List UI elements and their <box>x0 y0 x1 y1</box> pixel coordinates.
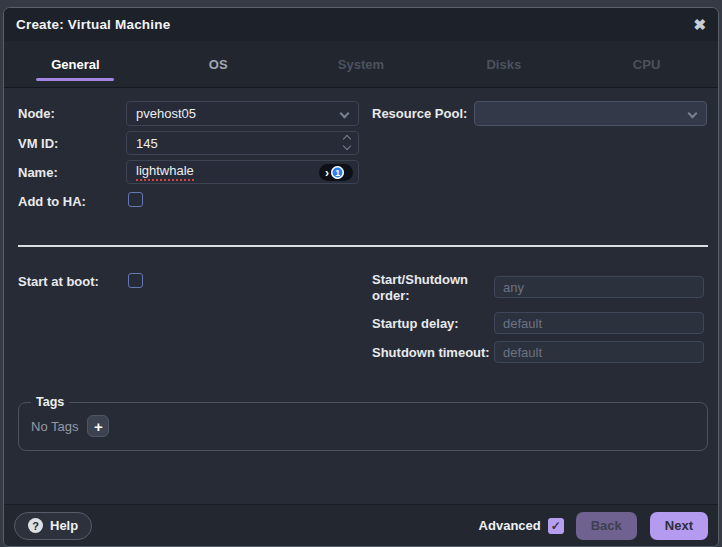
resource-pool-label: Resource Pool: <box>372 106 467 121</box>
general-tab-panel: Node: VM ID: Name: Add to HA: pvehost05 … <box>4 88 718 504</box>
vmid-label: VM ID: <box>18 136 58 151</box>
help-button-label: Help <box>50 518 78 533</box>
vmid-spinner[interactable]: 145 <box>126 131 359 155</box>
name-field[interactable]: lightwhale › 1 <box>126 160 359 184</box>
node-label: Node: <box>18 106 55 121</box>
dialog-titlebar: Create: Virtual Machine ✖ <box>4 8 718 41</box>
chevron-down-icon[interactable] <box>688 109 698 119</box>
name-value: lightwhale <box>136 163 194 181</box>
dialog-footer: ? Help Advanced ✓ Back Next <box>4 504 718 546</box>
question-icon: ? <box>28 518 43 533</box>
section-divider <box>18 245 708 247</box>
help-button[interactable]: ? Help <box>14 512 92 540</box>
add-to-ha-label: Add to HA: <box>18 194 86 209</box>
tab-system: System <box>290 41 433 87</box>
start-at-boot-label: Start at boot: <box>18 274 99 289</box>
next-button[interactable]: Next <box>650 512 708 540</box>
startup-delay-label: Startup delay: <box>372 316 459 331</box>
chevron-down-icon[interactable] <box>340 109 350 119</box>
password-manager-icon[interactable]: › 1 <box>319 164 353 181</box>
close-icon[interactable]: ✖ <box>693 17 706 32</box>
startup-delay-input[interactable] <box>494 312 704 334</box>
wizard-tabbar: General OS System Disks CPU <box>4 41 718 88</box>
tags-legend: Tags <box>31 395 69 409</box>
tab-general[interactable]: General <box>4 41 147 87</box>
password-manager-badge-icon: 1 <box>331 166 344 179</box>
password-manager-chevron-icon: › <box>325 167 329 179</box>
tab-disks: Disks <box>432 41 575 87</box>
dialog-title: Create: Virtual Machine <box>16 17 170 32</box>
tags-fieldset: Tags No Tags + <box>18 395 708 451</box>
startup-order-input[interactable] <box>494 276 704 298</box>
add-to-ha-checkbox[interactable] <box>128 192 143 207</box>
page-background: Create: Virtual Machine ✖ General OS Sys… <box>0 0 722 547</box>
spinner-arrows-icon[interactable] <box>344 136 350 149</box>
tab-cpu: CPU <box>575 41 718 87</box>
shutdown-timeout-input[interactable] <box>494 341 704 363</box>
create-vm-dialog: Create: Virtual Machine ✖ General OS Sys… <box>3 7 719 547</box>
start-at-boot-checkbox[interactable] <box>128 273 143 288</box>
advanced-checkbox[interactable]: ✓ <box>548 518 564 534</box>
startup-order-label: Start/Shutdown order: <box>372 272 487 305</box>
vmid-value: 145 <box>136 136 158 151</box>
no-tags-text: No Tags <box>31 419 78 434</box>
back-button[interactable]: Back <box>576 512 637 540</box>
name-label: Name: <box>18 165 58 180</box>
tags-row: No Tags + <box>19 409 707 437</box>
add-tag-button[interactable]: + <box>87 415 109 437</box>
node-value: pvehost05 <box>136 106 196 121</box>
shutdown-timeout-label: Shutdown timeout: <box>372 345 490 360</box>
resource-pool-combo[interactable] <box>474 101 707 126</box>
node-combo[interactable]: pvehost05 <box>126 101 359 126</box>
tab-os[interactable]: OS <box>147 41 290 87</box>
advanced-label: Advanced <box>479 518 541 533</box>
